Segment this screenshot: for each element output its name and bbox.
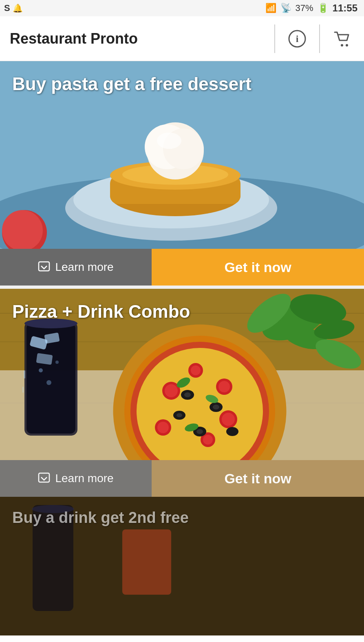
- svg-point-61: [184, 392, 191, 397]
- learn-more-label-1: Learn more: [55, 261, 113, 274]
- clock: 11:55: [333, 2, 357, 14]
- app-bar-actions: i: [271, 24, 354, 53]
- svg-point-39: [46, 380, 51, 385]
- svg-point-3: [346, 44, 348, 46]
- svg-point-67: [196, 429, 203, 434]
- get-it-now-label-1: Get it now: [224, 259, 291, 275]
- svg-rect-42: [22, 387, 24, 393]
- promo-card-2: Pizza + Drink Combo Learn more Get it no…: [0, 289, 364, 497]
- notification-icon: 🔔: [13, 3, 23, 13]
- get-it-now-button-2[interactable]: Get it now: [152, 460, 364, 497]
- info-button[interactable]: i: [285, 27, 309, 51]
- svg-point-2: [341, 44, 343, 46]
- status-bar-left-icons: S 🔔: [4, 3, 23, 13]
- svg-point-57: [157, 422, 169, 433]
- learn-more-label-2: Learn more: [55, 472, 113, 485]
- promo-title-3: Buy a drink get 2nd free: [12, 509, 189, 527]
- promo-actions-1: Learn more Get it now: [0, 249, 364, 286]
- svg-point-68: [226, 427, 238, 436]
- app-title: Restaurant Pronto: [10, 30, 271, 47]
- app-bar: Restaurant Pronto i: [0, 16, 364, 61]
- s-icon: S: [4, 3, 10, 13]
- promo-image-1: Buy pasta get a free dessert: [0, 61, 364, 249]
- promo-image-2: Pizza + Drink Combo: [0, 289, 364, 460]
- battery-icon: 🔋: [318, 3, 329, 13]
- battery-percent: 37%: [296, 3, 313, 13]
- svg-point-59: [203, 435, 213, 445]
- svg-point-65: [176, 413, 182, 417]
- svg-point-15: [157, 133, 181, 149]
- mobile-app-overlay: Buy a drink get 2nd free Ordering works …: [0, 497, 364, 642]
- cart-button[interactable]: [330, 27, 354, 51]
- svg-point-55: [222, 413, 235, 426]
- promo-title-2: Pizza + Drink Combo: [12, 301, 190, 323]
- divider2: [319, 24, 320, 53]
- svg-point-37: [39, 368, 43, 372]
- svg-point-63: [213, 405, 219, 410]
- svg-point-49: [165, 384, 178, 397]
- svg-point-53: [191, 365, 201, 375]
- svg-rect-41: [24, 370, 25, 379]
- signal-icon: 📡: [280, 3, 291, 13]
- get-it-now-label-2: Get it now: [224, 471, 291, 487]
- promo-actions-2: Learn more Get it now: [0, 460, 364, 497]
- wifi-icon: 📶: [265, 3, 276, 13]
- svg-rect-77: [122, 529, 171, 595]
- status-bar: S 🔔 📶 📡 37% 🔋 11:55: [0, 0, 364, 16]
- svg-point-51: [218, 381, 230, 392]
- promo-card-1: Buy pasta get a free dessert Learn more …: [0, 61, 364, 286]
- svg-point-38: [55, 361, 59, 364]
- mobile-app-message: Ordering works best on the mobile app: [0, 635, 364, 642]
- third-card: Buy a drink get 2nd free: [0, 497, 364, 635]
- svg-text:i: i: [296, 33, 299, 44]
- divider: [274, 24, 275, 53]
- promo-title-1: Buy pasta get a free dessert: [12, 73, 251, 95]
- learn-more-button-1[interactable]: Learn more: [0, 249, 152, 286]
- get-it-now-button-1[interactable]: Get it now: [152, 249, 364, 286]
- learn-more-button-2[interactable]: Learn more: [0, 460, 152, 497]
